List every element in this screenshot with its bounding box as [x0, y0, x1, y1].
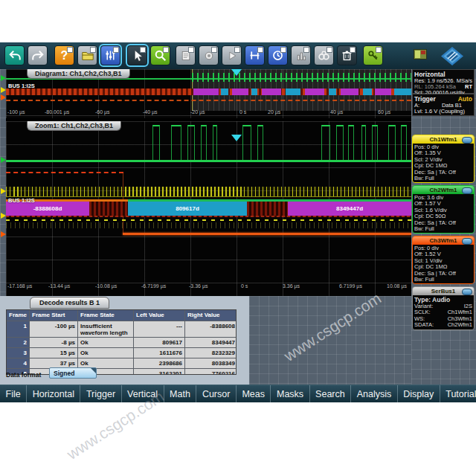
- menu-horizontal[interactable]: Horizontal: [27, 385, 80, 402]
- ch3-panel[interactable]: Ch3Wfm1 Pos: 0 div Off: 1.52 V Scl: 1 V/…: [412, 236, 475, 284]
- acquisition-clock-icon: [271, 49, 284, 62]
- delete-button[interactable]: [337, 45, 357, 65]
- acquisition-button[interactable]: [268, 45, 288, 65]
- menu-meas[interactable]: Meas: [237, 385, 271, 402]
- mask-test-button[interactable]: [199, 45, 219, 65]
- ch2-pulse: [388, 125, 396, 160]
- menu-file[interactable]: File: [0, 385, 27, 402]
- ch2-baseline: [6, 160, 411, 162]
- open-file-button[interactable]: [77, 45, 97, 65]
- redo-button[interactable]: [28, 45, 48, 65]
- axis-tick-label: 20 µs: [268, 109, 280, 115]
- delete-trash-icon: [341, 49, 353, 62]
- menu-math[interactable]: Math: [164, 385, 197, 402]
- menu-cursor[interactable]: Cursor: [196, 385, 237, 402]
- axis-tick-label: 0 s: [239, 109, 246, 115]
- axis-tick-label: -10.08 µs: [95, 283, 117, 289]
- menu-search[interactable]: Search: [310, 385, 352, 402]
- spectrum-button[interactable]: [291, 45, 311, 65]
- security-button[interactable]: [363, 45, 383, 65]
- ch2-pulse: [152, 125, 160, 160]
- column-header: Frame State: [78, 310, 133, 321]
- bus-frame-value[interactable]: 8349447d: [288, 202, 411, 216]
- ch1-clock-band: [6, 187, 411, 197]
- axis-tick-label: 60 µs: [378, 109, 390, 115]
- vertical-settings-button[interactable]: [100, 45, 120, 65]
- bus1-zoom-marker-icon[interactable]: [1, 213, 6, 219]
- ch2-tab-label: Ch2Wfm1: [430, 187, 457, 193]
- mask-test-icon: [203, 50, 215, 62]
- sidebar: Horizontal Res: 1.9 ns/526. MSa/s RL: 10…: [411, 69, 476, 385]
- table-cell: 1611676: [134, 348, 184, 358]
- help-button[interactable]: ?: [54, 45, 74, 65]
- bus-label: BUS 1:I2S: [8, 197, 35, 204]
- menu-analysis[interactable]: Analysis: [351, 385, 398, 402]
- playback-button[interactable]: [222, 45, 242, 65]
- ch2-pulse: [361, 125, 366, 160]
- menu-masks[interactable]: Masks: [271, 385, 309, 402]
- bus-frame-segment: [341, 89, 358, 95]
- ch3-tab-label: Ch3Wfm1: [430, 237, 457, 244]
- trigger-position-marker[interactable]: [231, 135, 242, 141]
- page: ?: [0, 0, 476, 476]
- horizontal-panel[interactable]: Horizontal Res: 1.9 ns/526. MSa/s RL: 10…: [412, 69, 475, 94]
- bus-frame-segment: [394, 89, 411, 95]
- ch1-tick-row: [6, 222, 411, 228]
- ch1-dash-line: [6, 219, 411, 221]
- measure-button[interactable]: [245, 45, 265, 65]
- ch3-low-level: [123, 233, 411, 235]
- left-edge-strip: [0, 69, 6, 296]
- toolbar: ?: [0, 42, 476, 71]
- column-header: Frame Start: [30, 310, 77, 321]
- decode-results-tab[interactable]: Decode results B 1: [30, 297, 109, 309]
- ch2-pulse: [171, 125, 181, 160]
- zoom1-tab[interactable]: Zoom1: Ch1,Ch2,Ch3,B1: [27, 121, 121, 131]
- ch3-marker-icon[interactable]: [1, 94, 6, 100]
- table-cell: -100 µs: [30, 321, 77, 337]
- ch2-zoom-marker-icon[interactable]: [1, 157, 6, 163]
- ch3-line: Bw: Full: [414, 277, 472, 283]
- select-cursor-button[interactable]: [127, 45, 147, 65]
- bus-frame-value[interactable]: 809617d: [128, 202, 247, 216]
- table-cell: Insufficient waveform length: [78, 321, 133, 337]
- ch3-zoom-marker-icon[interactable]: [1, 231, 6, 237]
- decode-results-table[interactable]: Frame Frame Start Frame State Left Value…: [6, 309, 237, 375]
- realtime-badge: RT: [465, 84, 472, 90]
- bus-frame-segment: [375, 89, 391, 95]
- screenshot-button[interactable]: [414, 49, 427, 62]
- menu-trigger[interactable]: Trigger: [80, 385, 121, 402]
- data-format-label: Data format: [6, 371, 41, 379]
- ch1-panel[interactable]: Ch1Wfm1 Pos: 0 div Off: 1.35 V Scl: 2 V/…: [412, 135, 475, 183]
- ch2-pulse: [201, 125, 207, 160]
- table-cell: 4: [7, 358, 29, 368]
- data-format-select[interactable]: Signed: [49, 367, 97, 379]
- ch2-panel[interactable]: Ch2Wfm1 Pos: 3.6 div Off: 1.57 V Scl: 1.…: [412, 185, 475, 234]
- table-cell: 3162201: [134, 369, 184, 375]
- content-area: BUS 1:I2S Diagram1: Ch1,Ch2,Ch3,B1 -100 …: [0, 69, 476, 385]
- annotate-button[interactable]: [176, 45, 196, 65]
- minimize-icon[interactable]: [462, 187, 472, 194]
- undo-icon: [8, 49, 22, 62]
- measure-caliper-icon: [248, 49, 261, 62]
- ch1-zoom-marker-icon[interactable]: [1, 188, 6, 194]
- table-cell: 7760216: [185, 369, 237, 375]
- minimize-icon[interactable]: [462, 238, 472, 245]
- trigger-position-marker[interactable]: [231, 69, 242, 76]
- serbus-key: SDATA:: [414, 322, 434, 328]
- minimize-icon[interactable]: [462, 289, 472, 295]
- diagram1-tab[interactable]: Diagram1: Ch1,Ch2,Ch3,B1: [27, 69, 130, 79]
- menu-tutorials[interactable]: Tutorials: [440, 385, 476, 402]
- menu-display[interactable]: Display: [398, 385, 440, 402]
- axis-tick-label: 0 s: [241, 283, 248, 289]
- bus1-marker-icon[interactable]: [1, 87, 6, 93]
- bus-frame-segment: [363, 89, 372, 95]
- ch2-marker-icon[interactable]: [1, 75, 6, 81]
- minimize-icon[interactable]: [462, 137, 472, 144]
- search-button[interactable]: [314, 45, 334, 65]
- undo-button[interactable]: [4, 45, 25, 65]
- vertical-settings-icon: [104, 49, 117, 62]
- table-cell: Ok: [78, 338, 133, 347]
- trigger-panel[interactable]: TriggerAuto A:Data B1 Lvl: 1.6 V (Coupli…: [412, 94, 475, 116]
- serbus-panel[interactable]: SerBus1 Type: Audio Variant:I2S SCLK:Ch1…: [412, 286, 475, 330]
- zoom-button[interactable]: [150, 45, 170, 65]
